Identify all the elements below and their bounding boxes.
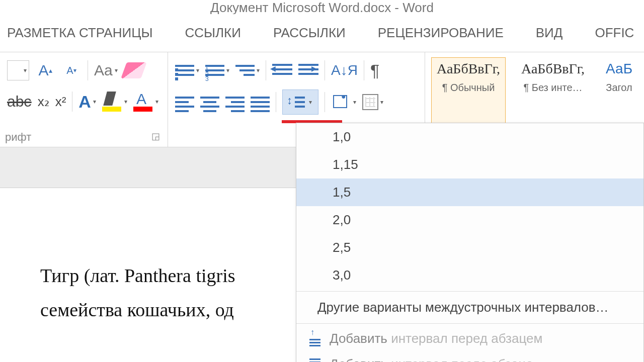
tab-review[interactable]: РЕЦЕНЗИРОВАНИЕ: [378, 25, 504, 41]
shrink-font-icon: A: [66, 65, 73, 76]
space-after-icon: [306, 357, 320, 363]
increase-indent-button[interactable]: [298, 58, 318, 82]
highlight-button[interactable]: ▾: [102, 89, 127, 114]
justify-button[interactable]: [251, 90, 270, 114]
font-color-button[interactable]: A ▾: [133, 89, 158, 114]
spacing-option-2-5[interactable]: 2,5: [296, 234, 643, 261]
subscript-button[interactable]: x₂: [38, 89, 49, 114]
line-spacing-menu: 1,0 1,15 1,5 2,0 2,5 3,0 Другие варианты…: [296, 123, 644, 362]
strikethrough-button[interactable]: abє: [7, 89, 32, 114]
highlighter-icon: [102, 92, 122, 112]
style-normal-sample: АаБбВвГг,: [437, 61, 500, 77]
numbering-icon: [205, 62, 224, 78]
bullets-button[interactable]: ▾: [175, 58, 199, 82]
justify-icon: [251, 94, 270, 110]
font-size-combo[interactable]: ▾: [7, 58, 29, 82]
tab-view[interactable]: ВИД: [536, 25, 563, 41]
show-hide-button[interactable]: ¶: [370, 58, 379, 82]
borders-button[interactable]: ▾: [362, 90, 383, 114]
spacing-option-3-0[interactable]: 3,0: [296, 261, 643, 289]
increase-indent-icon: [298, 61, 318, 79]
style-normal-name: ¶ Обычный: [437, 82, 500, 94]
spacing-option-2-0[interactable]: 2,0: [296, 206, 643, 234]
line-spacing-icon: [289, 94, 305, 110]
clear-formatting-button[interactable]: [124, 58, 144, 82]
shading-button[interactable]: ▾: [331, 90, 356, 114]
pilcrow-icon: ¶: [370, 61, 379, 80]
superscript-icon: x²: [55, 94, 66, 110]
align-right-icon: [225, 94, 245, 110]
font-group: ▾ A▴ A▾ Aa▾ abє x₂ x²: [0, 52, 168, 147]
tab-page-layout[interactable]: РАЗМЕТКА СТРАНИЦЫ: [7, 25, 152, 41]
align-left-icon: [175, 94, 194, 110]
ribbon-tabs: РАЗМЕТКА СТРАНИЦЫ ССЫЛКИ РАССЫЛКИ РЕЦЕНЗ…: [0, 14, 644, 52]
menu-separator: [296, 323, 643, 324]
font-group-label: рифт: [5, 131, 163, 144]
align-center-icon: [200, 94, 219, 110]
spacing-option-1-0[interactable]: 1,0: [296, 123, 643, 151]
align-left-button[interactable]: [175, 90, 194, 114]
change-case-icon: Aa: [94, 62, 113, 79]
tab-mailings[interactable]: РАССЫЛКИ: [273, 25, 346, 41]
text-effects-icon: A: [78, 92, 91, 112]
grow-font-button[interactable]: A▴: [35, 60, 55, 80]
tab-references[interactable]: ССЫЛКИ: [185, 25, 240, 41]
add-space-after-label: Добавить интервал после абзаца: [330, 356, 533, 362]
borders-icon: [362, 94, 378, 110]
numbering-button[interactable]: ▾: [205, 58, 229, 82]
spacing-options-more[interactable]: Другие варианты междустрочных интервалов…: [296, 294, 643, 321]
tab-office[interactable]: OFFIC: [595, 25, 634, 41]
add-space-before-label: Добавить интервал перед абзацем: [330, 331, 542, 346]
multilevel-list-button[interactable]: ▾: [235, 58, 260, 82]
shrink-font-button[interactable]: A▾: [61, 60, 82, 80]
style-no-spacing-name: ¶ Без инте…: [521, 82, 585, 94]
strikethrough-icon: abє: [7, 93, 32, 110]
font-color-icon: A: [133, 92, 153, 112]
style-heading1-sample: АаБ: [606, 61, 632, 77]
line-spacing-button[interactable]: ▾: [282, 89, 318, 115]
add-space-before[interactable]: Добавить интервал перед абзацем: [296, 326, 643, 351]
subscript-icon: x₂: [38, 94, 49, 110]
align-right-button[interactable]: [225, 90, 245, 114]
window-title: Документ Microsoft Word.docx - Word: [0, 0, 644, 14]
grow-font-icon: A: [38, 62, 48, 79]
space-before-icon: [306, 332, 320, 346]
menu-separator: [296, 291, 643, 292]
style-no-spacing-sample: АаБбВвГг,: [521, 61, 585, 77]
sort-icon: А↓Я: [331, 62, 358, 78]
sort-button[interactable]: А↓Я: [331, 58, 358, 82]
superscript-button[interactable]: x²: [55, 89, 66, 114]
decrease-indent-button[interactable]: [272, 58, 292, 82]
shading-icon: [331, 93, 351, 111]
font-group-launcher[interactable]: ◲: [151, 131, 163, 142]
spacing-option-1-5[interactable]: 1,5: [296, 178, 643, 206]
decrease-indent-icon: [272, 61, 292, 79]
bullets-icon: [175, 62, 194, 78]
style-heading1-name: Загол: [606, 82, 632, 94]
eraser-icon: [121, 62, 147, 78]
change-case-button[interactable]: Aa▾: [94, 58, 118, 82]
text-effects-button[interactable]: A▾: [78, 89, 96, 114]
spacing-option-1-15[interactable]: 1,15: [296, 151, 643, 178]
align-center-button[interactable]: [200, 90, 219, 114]
add-space-after[interactable]: Добавить интервал после абзаца: [296, 351, 643, 362]
multilevel-list-icon: [235, 62, 255, 78]
